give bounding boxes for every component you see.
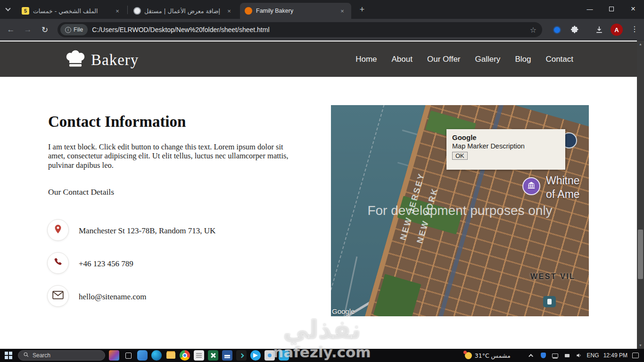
phone-icon — [53, 257, 63, 269]
tab-khamsat[interactable]: 5 الملف الشخصي - خمسات × — [17, 3, 126, 19]
mostaql-favicon — [133, 7, 141, 15]
whitney-label-line1: Whitne — [546, 174, 580, 188]
taskbar-app-word[interactable] — [222, 350, 232, 361]
windows-logo-icon — [5, 352, 12, 359]
address-text: Manchester St 123-78B, Random 713, UK — [79, 226, 215, 236]
nav-contact[interactable]: Contact — [545, 55, 573, 64]
scrollbar-thumb[interactable] — [638, 230, 643, 279]
taskbar-app-telegram[interactable] — [250, 350, 261, 361]
nav-about[interactable]: About — [392, 55, 413, 64]
hidden-icons-chevron[interactable] — [528, 352, 536, 359]
clock[interactable]: 12:49 PM — [603, 352, 627, 359]
taskbar-app-edge[interactable] — [151, 350, 162, 361]
display-icon[interactable] — [552, 352, 559, 359]
sun-icon — [465, 352, 472, 359]
tab-mostaql[interactable]: إضافة معرض الأعمال | مستقل × — [129, 3, 238, 19]
tab-separator — [127, 6, 128, 14]
usb-icon[interactable] — [563, 352, 571, 359]
taskbar-app-widgets[interactable] — [137, 350, 148, 361]
scrollbar[interactable]: ▲ ▼ — [637, 41, 644, 349]
tab-title: إضافة معرض الأعمال | مستقل — [145, 8, 220, 15]
extension-blue-dot-icon[interactable] — [554, 27, 560, 33]
intro-paragraph: I am text block. Click edit button to ch… — [48, 142, 297, 170]
scrollbar-up-arrow[interactable]: ▲ — [637, 41, 644, 48]
security-shield-icon[interactable] — [540, 352, 547, 359]
address-bar[interactable]: i File C:/Users/ELRWOD/Desktop/New%20fol… — [58, 22, 542, 37]
folder-icon — [166, 352, 175, 359]
paper-plane-icon — [253, 353, 258, 358]
window-minimize-button[interactable]: — — [579, 0, 601, 18]
main-nav: Home About Our Offer Gallery Blog Contac… — [355, 41, 573, 77]
info-window-description: Map Marker Description — [452, 142, 560, 150]
forward-button[interactable]: → — [22, 24, 34, 36]
taskbar-app-photos[interactable] — [109, 350, 119, 361]
new-tab-button[interactable]: + — [356, 4, 368, 15]
khamsat-favicon: 5 — [22, 7, 29, 15]
page-title: Contact Information — [48, 113, 186, 131]
nav-our-offer[interactable]: Our Offer — [427, 55, 461, 64]
chrome-center — [182, 353, 187, 358]
back-button[interactable]: ← — [5, 24, 17, 36]
logo-text: Bakery — [91, 51, 139, 69]
taskbar-search-box[interactable]: Search — [18, 350, 105, 361]
google-map-embed[interactable]: NEW JERSEY NEW YORK For development purp… — [331, 105, 589, 316]
taskbar-app-vscode[interactable] — [279, 350, 289, 361]
start-button[interactable] — [3, 350, 14, 361]
extensions-puzzle-icon[interactable] — [570, 25, 579, 36]
museum-icon — [527, 181, 536, 191]
phone-icon-circle — [47, 252, 69, 274]
tab-close-icon[interactable]: × — [338, 7, 347, 15]
family-bakery-favicon — [245, 7, 252, 15]
info-window-ok-button[interactable]: OK — [452, 152, 468, 160]
notification-bubble-icon — [632, 353, 639, 358]
url-text: C:/Users/ELRWOD/Desktop/New%20folder/she… — [92, 26, 269, 33]
scrollbar-down-arrow[interactable]: ▼ — [637, 342, 644, 349]
notification-center-button[interactable] — [632, 352, 639, 359]
pedestrian-icon — [547, 299, 552, 304]
site-header: Bakery Home About Our Offer Gallery Blog… — [0, 41, 644, 77]
nav-gallery[interactable]: Gallery — [475, 55, 501, 64]
taskbar-app-terminal[interactable] — [236, 350, 247, 361]
tab-close-icon[interactable]: × — [113, 7, 122, 15]
google-maps-logo[interactable]: Google — [332, 307, 355, 315]
taskbar-app-file-explorer[interactable] — [165, 350, 176, 361]
taskbar-app-notepad[interactable] — [194, 350, 204, 361]
tab-close-icon[interactable]: × — [225, 7, 233, 15]
chef-hat-icon — [65, 49, 86, 71]
window-maximize-button[interactable] — [601, 0, 622, 18]
profile-avatar[interactable]: A — [611, 24, 623, 36]
nav-home[interactable]: Home — [355, 55, 377, 64]
map-pin-icon — [53, 224, 63, 236]
email-text: hello@sitename.com — [79, 292, 147, 302]
volume-icon[interactable] — [575, 352, 583, 359]
word-bar — [224, 355, 230, 356]
weather-button[interactable]: 31°C مشمس — [465, 352, 511, 359]
downloads-icon[interactable] — [594, 25, 604, 36]
taskbar-app-chrome[interactable] — [180, 350, 190, 361]
language-indicator[interactable]: ENG — [587, 352, 599, 359]
reload-button[interactable]: ↻ — [39, 24, 51, 36]
browser-toolbar: ← → ↻ i File C:/Users/ELRWOD/Desktop/New… — [0, 19, 644, 41]
transit-station-icon[interactable] — [543, 296, 556, 307]
photo-dot — [268, 354, 272, 357]
notepad-lines — [196, 355, 202, 356]
info-icon: i — [65, 27, 71, 33]
nav-blog[interactable]: Blog — [515, 55, 531, 64]
window-close-button[interactable]: × — [622, 0, 644, 18]
task-view-button[interactable] — [123, 350, 133, 361]
task-view-icon — [125, 353, 132, 359]
excel-x — [210, 353, 216, 358]
info-window-title: Google — [452, 133, 560, 141]
tab-search-button[interactable] — [5, 6, 11, 13]
tab-family-bakery[interactable]: Family Bakery × — [240, 3, 351, 19]
taskbar-app-excel[interactable] — [208, 350, 218, 361]
email-icon-circle — [47, 285, 69, 307]
bakery-logo[interactable]: Bakery — [65, 49, 139, 71]
museum-marker[interactable] — [522, 177, 540, 195]
email-icon — [52, 291, 64, 301]
alert-badge — [463, 351, 467, 354]
taskbar-app-photos-legacy[interactable] — [264, 350, 275, 361]
bookmark-star-icon[interactable]: ☆ — [530, 25, 537, 34]
menu-kebab-icon[interactable]: ⋮ — [631, 25, 638, 33]
address-icon-circle — [47, 219, 69, 241]
